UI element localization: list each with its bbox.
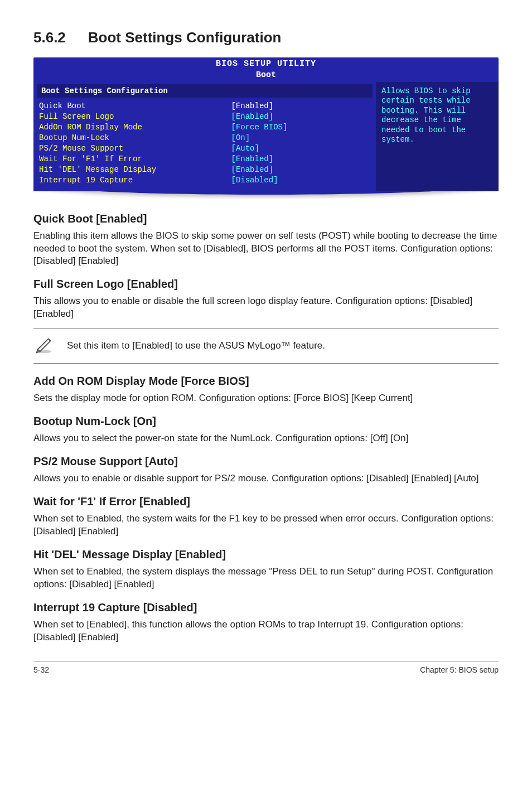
bios-setting-row: Quick Boot[Enabled] (39, 101, 370, 112)
page-footer: 5-32 Chapter 5: BIOS setup (33, 661, 499, 675)
heading-addon-rom: Add On ROM Display Mode [Force BIOS] (33, 374, 499, 389)
section-heading: 5.6.2Boot Settings Configuration (33, 28, 499, 47)
bios-setting-row: Interrupt 19 Capture[Disabled] (39, 175, 370, 186)
bios-setting-value: [Force BIOS] (231, 122, 288, 133)
heading-int19: Interrupt 19 Capture [Disabled] (33, 600, 499, 615)
text-addon-rom: Sets the display mode for option ROM. Co… (33, 392, 499, 405)
text-full-screen-logo: This allows you to enable or disable the… (33, 295, 499, 321)
bios-setting-value: [Auto] (231, 143, 259, 154)
bios-setting-value: [Enabled] (231, 154, 274, 165)
pencil-icon (33, 334, 55, 359)
bios-setting-label: Wait For 'F1' If Error (39, 154, 231, 165)
heading-full-screen-logo: Full Screen Logo [Enabled] (33, 277, 499, 292)
bios-setting-row: Hit 'DEL' Message Display[Enabled] (39, 165, 370, 175)
bios-title-tab: Boot (33, 70, 499, 81)
page-number: 5-32 (33, 665, 49, 675)
bios-screenshot: BIOS SETUP UTILITY Boot Boot Settings Co… (33, 57, 499, 199)
heading-waitf1: Wait for 'F1' If Error [Enabled] (33, 494, 499, 509)
bios-titlebar: BIOS SETUP UTILITY Boot (33, 57, 499, 82)
text-int19: When set to [Enabled], this function all… (33, 619, 499, 644)
bios-setting-label: Interrupt 19 Capture (39, 175, 231, 186)
bios-help-panel: Allows BIOS to skip certain tests while … (376, 82, 499, 191)
bios-setting-value: [Enabled] (231, 165, 274, 175)
bios-setting-label: Quick Boot (39, 101, 231, 112)
bios-bottom-curve (33, 191, 499, 199)
bios-setting-row: PS/2 Mouse Support[Auto] (39, 143, 370, 154)
bios-setting-row: Wait For 'F1' If Error[Enabled] (39, 154, 370, 165)
text-hitdel: When set to Enabled, the system displays… (33, 566, 499, 591)
heading-hitdel: Hit 'DEL' Message Display [Enabled] (33, 547, 499, 562)
note-block: Set this item to [Enabled] to use the AS… (33, 328, 499, 364)
bios-setting-label: Bootup Num-Lock (39, 133, 231, 143)
chapter-label: Chapter 5: BIOS setup (420, 665, 499, 675)
heading-quick-boot: Quick Boot [Enabled] (33, 211, 499, 226)
text-ps2: Allows you to enable or disable support … (33, 472, 499, 485)
text-quick-boot: Enabling this item allows the BIOS to sk… (33, 230, 499, 268)
heading-ps2: PS/2 Mouse Support [Auto] (33, 454, 499, 469)
bios-title-main: BIOS SETUP UTILITY (33, 59, 499, 70)
bios-setting-label: Hit 'DEL' Message Display (39, 165, 231, 175)
bios-setting-label: AddOn ROM Display Mode (39, 122, 231, 133)
bios-setting-label: PS/2 Mouse Support (39, 143, 231, 154)
note-text: Set this item to [Enabled] to use the AS… (67, 340, 325, 352)
text-waitf1: When set to Enabled, the system waits fo… (33, 513, 499, 538)
bios-setting-value: [Enabled] (231, 101, 274, 112)
bios-setting-value: [On] (231, 133, 250, 143)
bios-body: Boot Settings Configuration Quick Boot[E… (33, 82, 499, 191)
bios-setting-value: [Enabled] (231, 112, 274, 122)
bios-left-panel: Boot Settings Configuration Quick Boot[E… (33, 82, 376, 191)
text-numlock: Allows you to select the power-on state … (33, 432, 499, 445)
bios-setting-row: AddOn ROM Display Mode[Force BIOS] (39, 122, 370, 133)
bios-setting-row: Bootup Num-Lock[On] (39, 133, 370, 143)
bios-setting-value: [Disabled] (231, 175, 278, 186)
bios-setting-row: Full Screen Logo[Enabled] (39, 112, 370, 122)
bios-setting-label: Full Screen Logo (39, 112, 231, 122)
section-number: 5.6.2 (33, 28, 66, 47)
bios-panel-title: Boot Settings Configuration (37, 84, 373, 98)
heading-numlock: Bootup Num-Lock [On] (33, 414, 499, 429)
section-title: Boot Settings Configuration (88, 29, 282, 46)
